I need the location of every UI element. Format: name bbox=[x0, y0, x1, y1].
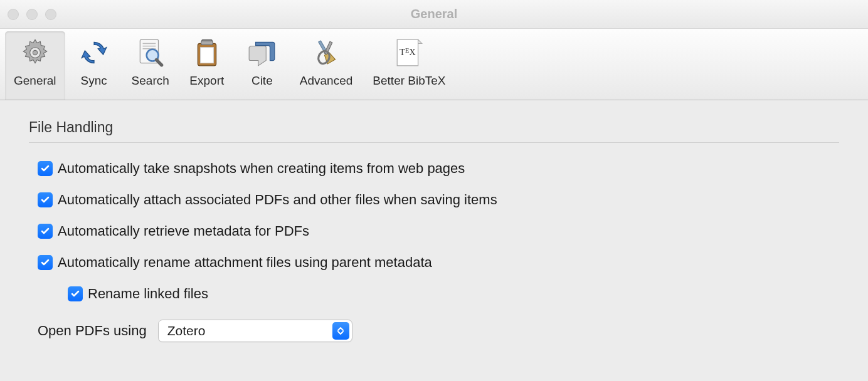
tab-general[interactable]: General bbox=[5, 31, 65, 100]
tab-sync[interactable]: Sync bbox=[68, 31, 120, 100]
checkbox-auto-attach-pdfs[interactable]: Automatically attach associated PDFs and… bbox=[29, 192, 839, 208]
checkbox-icon bbox=[68, 286, 83, 301]
titlebar: General bbox=[0, 0, 868, 29]
sync-icon bbox=[77, 35, 112, 70]
checkbox-auto-retrieve-metadata[interactable]: Automatically retrieve metadata for PDFs bbox=[29, 223, 839, 239]
checkbox-label: Automatically retrieve metadata for PDFs bbox=[58, 223, 309, 239]
close-window-button[interactable] bbox=[8, 9, 19, 20]
toolbar: General Sync Search bbox=[0, 29, 868, 100]
checkbox-label: Automatically rename attachment files us… bbox=[58, 254, 432, 271]
open-pdfs-using-select[interactable]: Zotero bbox=[158, 320, 352, 342]
tab-cite[interactable]: Cite bbox=[236, 31, 288, 100]
section-divider bbox=[29, 142, 839, 143]
window-title: General bbox=[0, 7, 868, 21]
search-icon bbox=[133, 35, 168, 70]
export-icon bbox=[189, 35, 225, 70]
window-controls bbox=[8, 9, 56, 20]
checkbox-icon bbox=[38, 224, 53, 239]
tab-export[interactable]: Export bbox=[181, 31, 233, 100]
tab-advanced[interactable]: Advanced bbox=[291, 31, 362, 100]
svg-rect-11 bbox=[201, 41, 213, 44]
svg-line-7 bbox=[156, 60, 161, 65]
tab-search[interactable]: Search bbox=[123, 31, 178, 100]
tab-better-bibtex[interactable]: TEX Better BibTeX bbox=[364, 31, 454, 100]
cite-icon bbox=[245, 35, 280, 70]
select-value: Zotero bbox=[167, 323, 332, 338]
checkbox-rename-linked-files[interactable]: Rename linked files bbox=[29, 286, 839, 302]
open-pdfs-using-row: Open PDFs using Zotero bbox=[29, 320, 839, 342]
checkbox-icon bbox=[38, 161, 53, 176]
minimize-window-button[interactable] bbox=[26, 9, 38, 20]
content-area: File Handling Automatically take snapsho… bbox=[0, 100, 868, 361]
tab-label: Search bbox=[132, 74, 169, 88]
zoom-window-button[interactable] bbox=[45, 9, 56, 20]
bibtex-icon: TEX bbox=[391, 35, 426, 70]
tab-label: Better BibTeX bbox=[373, 74, 445, 88]
tab-label: Sync bbox=[80, 74, 107, 88]
svg-rect-10 bbox=[200, 48, 213, 63]
tab-label: Advanced bbox=[300, 74, 353, 88]
gear-icon bbox=[18, 35, 53, 70]
checkbox-auto-rename-attachments[interactable]: Automatically rename attachment files us… bbox=[29, 254, 839, 271]
tab-label: Cite bbox=[251, 74, 273, 88]
checkbox-label: Automatically attach associated PDFs and… bbox=[58, 192, 497, 208]
checkbox-icon bbox=[38, 192, 53, 207]
section-title: File Handling bbox=[29, 119, 839, 136]
chevron-up-down-icon bbox=[332, 322, 349, 340]
advanced-icon bbox=[309, 35, 344, 70]
select-label: Open PDFs using bbox=[38, 323, 147, 339]
checkbox-label: Rename linked files bbox=[88, 286, 208, 302]
tab-label: General bbox=[14, 74, 56, 88]
checkbox-label: Automatically take snapshots when creati… bbox=[58, 160, 465, 177]
checkbox-icon bbox=[38, 255, 53, 270]
svg-point-1 bbox=[33, 50, 37, 55]
tab-label: Export bbox=[189, 74, 224, 88]
checkbox-auto-snapshots[interactable]: Automatically take snapshots when creati… bbox=[29, 160, 839, 177]
